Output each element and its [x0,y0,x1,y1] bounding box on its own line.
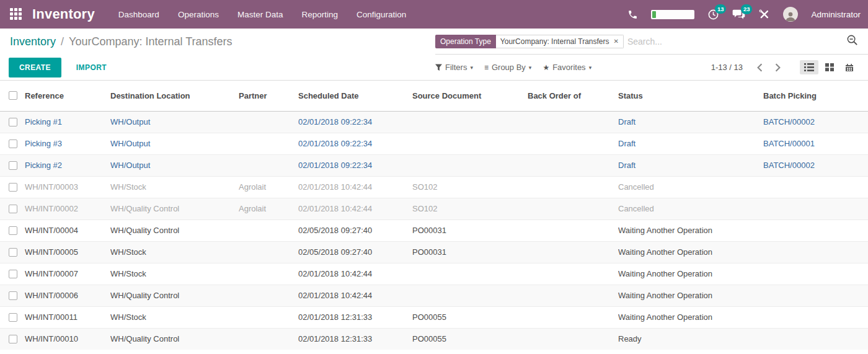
cell-destination: WH/Output [110,133,239,154]
table-row[interactable]: WH/INT/00011WH/Stock02/01/2018 12:31:33P… [0,306,868,328]
column-header-source-document[interactable]: Source Document [412,81,528,111]
kanban-view-button[interactable] [821,60,838,74]
row-checkbox[interactable] [9,118,17,126]
breadcrumb-root-link[interactable]: Inventory [10,35,56,48]
favorites-dropdown[interactable]: ★ Favorites ▾ [542,63,591,72]
phone-icon[interactable] [627,9,638,20]
cell-scheduled: 02/05/2018 09:27:40 [298,241,412,263]
apps-menu-icon[interactable] [10,8,22,20]
cell-status: Waiting Another Operation [618,219,763,241]
cell-backorder [528,328,618,350]
cell-reference: Picking #1 [25,111,110,133]
cell-reference: WH/INT/00011 [25,306,110,328]
menu-item-master-data[interactable]: Master Data [237,10,283,19]
table-row[interactable]: WH/INT/00004WH/Quality Control02/05/2018… [0,219,868,241]
filters-dropdown[interactable]: Filters ▾ [435,63,473,72]
table-row[interactable]: WH/INT/00010WH/Quality Control02/01/2018… [0,328,868,350]
row-checkbox[interactable] [9,335,17,343]
messages-icon[interactable]: 23 [732,9,745,20]
cell-partner [239,328,298,350]
cell-batch [763,241,868,263]
cell-backorder [528,219,618,241]
user-menu[interactable] [783,7,798,22]
row-checkbox[interactable] [9,183,17,192]
timer-widget[interactable] [651,10,694,19]
facet-remove-icon[interactable]: ✕ [614,38,619,45]
cell-source [412,263,528,285]
row-checkbox[interactable] [9,313,17,322]
cell-backorder [528,263,618,285]
pager-next-button[interactable] [772,61,784,74]
row-checkbox[interactable] [9,139,17,148]
menu-item-operations[interactable]: Operations [178,10,219,19]
row-checkbox[interactable] [9,248,17,257]
menu-item-configuration[interactable]: Configuration [356,10,406,19]
cell-partner [239,263,298,285]
group-by-dropdown[interactable]: ≡ Group By ▾ [484,63,531,72]
filter-funnel-icon [435,64,442,71]
bars-icon: ≡ [484,63,489,72]
message-count-badge: 23 [741,4,753,14]
pager: 1-13 / 13 [711,60,858,75]
column-header-back-order-of[interactable]: Back Order of [528,81,618,111]
column-header-destination-location[interactable]: Destination Location [110,81,239,111]
activities-icon[interactable]: 13 [707,9,719,20]
column-header-partner[interactable]: Partner [239,81,298,111]
row-checkbox[interactable] [9,226,17,235]
user-name[interactable]: Administrator [811,10,861,19]
cell-backorder [528,111,618,133]
transfer-rows: Picking #1WH/Output02/01/2018 09:22:34Dr… [0,111,868,350]
create-button[interactable]: CREATE [9,58,61,77]
cell-destination: WH/Stock [110,263,239,285]
search-input[interactable] [627,37,843,46]
cell-destination: WH/Stock [110,176,239,198]
row-checkbox[interactable] [9,291,17,300]
menu-item-dashboard[interactable]: Dashboard [118,10,159,19]
import-button[interactable]: IMPORT [76,63,107,72]
table-row[interactable]: WH/INT/00002WH/Quality ControlAgrolait02… [0,198,868,219]
table-row[interactable]: WH/INT/00007WH/Stock02/01/2018 10:42:44W… [0,263,868,285]
view-switcher [800,60,858,75]
row-checkbox[interactable] [9,161,17,170]
cell-batch [763,176,868,198]
control-panel: Inventory / YourCompany: Internal Transf… [0,29,868,81]
breadcrumb-separator: / [61,35,64,48]
list-view-button[interactable] [800,60,818,74]
cell-source [412,133,528,154]
cell-source [412,285,528,306]
column-header-scheduled-date[interactable]: Scheduled Date [298,81,412,111]
row-select-cell [0,176,25,198]
cell-scheduled: 02/01/2018 10:42:44 [298,176,412,198]
search-facet[interactable]: Operation Type YourCompany: Internal Tra… [435,35,624,48]
column-header-status[interactable]: Status [618,81,763,111]
cell-reference: Picking #2 [25,154,110,176]
table-row[interactable]: Picking #3WH/Output02/01/2018 09:22:34Dr… [0,133,868,154]
row-select-cell [0,306,25,328]
cell-reference: WH/INT/00004 [25,219,110,241]
table-row[interactable]: WH/INT/00005WH/Stock02/05/2018 09:27:40P… [0,241,868,263]
column-header-batch-picking[interactable]: Batch Picking [763,81,868,111]
app-name[interactable]: Inventory [32,6,95,22]
cell-destination: WH/Quality Control [110,285,239,306]
table-row[interactable]: WH/INT/00003WH/StockAgrolait02/01/2018 1… [0,176,868,198]
column-header-reference[interactable]: Reference [25,81,110,111]
table-row[interactable]: Picking #1WH/Output02/01/2018 09:22:34Dr… [0,111,868,133]
cell-partner [239,285,298,306]
main-menu: DashboardOperationsMaster DataReportingC… [118,10,406,19]
cell-source: SO102 [412,176,528,198]
row-checkbox[interactable] [9,205,17,213]
row-checkbox[interactable] [9,270,17,278]
cell-scheduled: 02/05/2018 09:27:40 [298,219,412,241]
search-icon[interactable] [846,34,858,48]
table-row[interactable]: WH/INT/00006WH/Quality Control02/01/2018… [0,285,868,306]
calendar-view-button[interactable] [841,60,858,75]
menu-item-reporting[interactable]: Reporting [301,10,338,19]
table-row[interactable]: Picking #2WH/Output02/01/2018 09:22:34Dr… [0,154,868,176]
cell-reference: WH/INT/00005 [25,241,110,263]
tools-icon[interactable] [758,9,770,20]
cell-partner [239,111,298,133]
cell-status: Cancelled [618,176,763,198]
pager-previous-button[interactable] [754,61,766,74]
select-all-checkbox[interactable] [9,91,17,100]
records-table: Reference Destination Location Partner S… [0,81,868,350]
